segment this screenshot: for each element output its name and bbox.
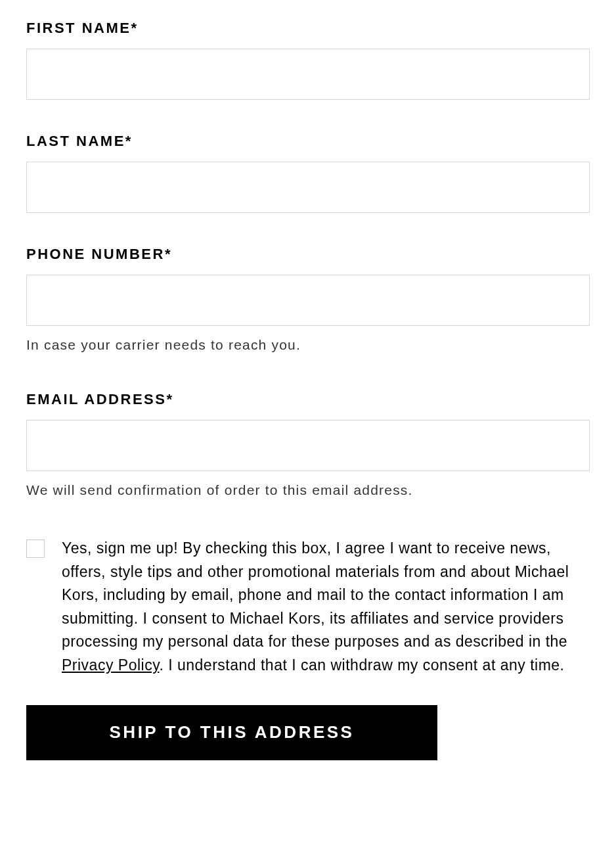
field-first-name: FIRST NAME* xyxy=(26,20,590,100)
ship-to-address-button[interactable]: SHIP TO THIS ADDRESS xyxy=(26,705,437,760)
consent-text-post: . I understand that I can withdraw my co… xyxy=(159,656,564,674)
phone-input[interactable] xyxy=(26,275,590,326)
last-name-label: LAST NAME* xyxy=(26,133,590,150)
phone-help-text: In case your carrier needs to reach you. xyxy=(26,335,590,355)
last-name-input[interactable] xyxy=(26,162,590,213)
privacy-policy-link[interactable]: Privacy Policy xyxy=(62,656,159,674)
phone-label: PHONE NUMBER* xyxy=(26,246,590,263)
shipping-contact-form: FIRST NAME* LAST NAME* PHONE NUMBER* In … xyxy=(26,20,590,760)
email-input[interactable] xyxy=(26,420,590,471)
email-help-text: We will send confirmation of order to th… xyxy=(26,480,590,500)
consent-text-pre: Yes, sign me up! By checking this box, I… xyxy=(62,539,569,651)
marketing-consent-checkbox[interactable] xyxy=(26,539,45,558)
marketing-consent-text: Yes, sign me up! By checking this box, I… xyxy=(62,537,590,677)
field-email: EMAIL ADDRESS* We will send confirmation… xyxy=(26,391,590,500)
marketing-consent-row: Yes, sign me up! By checking this box, I… xyxy=(26,537,590,677)
first-name-label: FIRST NAME* xyxy=(26,20,590,37)
field-phone: PHONE NUMBER* In case your carrier needs… xyxy=(26,246,590,355)
field-last-name: LAST NAME* xyxy=(26,133,590,213)
email-label: EMAIL ADDRESS* xyxy=(26,391,590,408)
first-name-input[interactable] xyxy=(26,49,590,100)
